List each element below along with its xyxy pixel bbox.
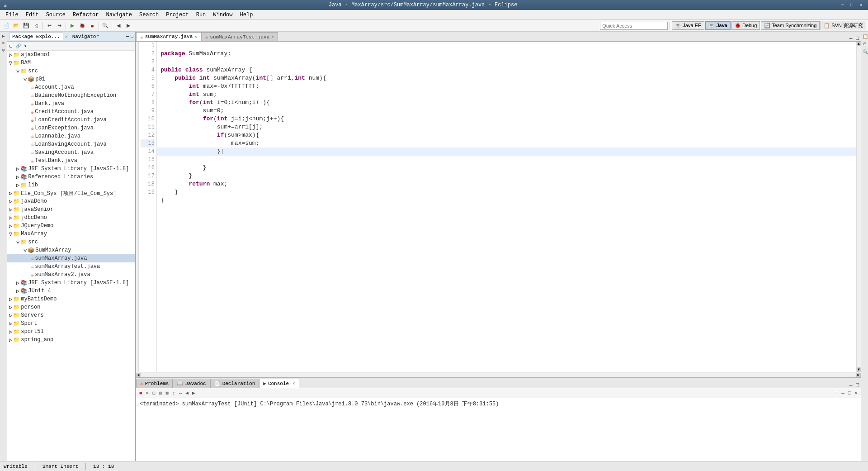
run-button[interactable]: ▶ [68,21,77,30]
menu-window[interactable]: Window [209,11,236,19]
tree-item-sport51[interactable]: ▷ 📁 sport51 [7,328,135,336]
menu-project[interactable]: Project [162,11,192,19]
tree-item-creditaccount[interactable]: ☕ CreditAccount.java [7,108,135,116]
editor-hscroll[interactable]: ◀ ▶ [136,372,861,377]
menu-search[interactable]: Search [136,11,162,19]
editor-vscroll[interactable]: ▲ ▼ [856,42,861,372]
editor-max[interactable]: □ [854,36,861,41]
right-icon-search[interactable]: 🔍 [862,49,867,54]
pe-collapse-all[interactable]: ⊟ [8,43,14,49]
tree-item-maxarray-src[interactable]: ▽ 📁 src [7,238,135,246]
undo-button[interactable]: ↩ [45,21,54,30]
tree-item-account[interactable]: ☕ Account.java [7,83,135,91]
tree-item-bam[interactable]: ▽ 📁 BAM [7,59,135,67]
tab-close[interactable]: ✕ [194,34,197,39]
perspective-svn[interactable]: 📋 SVN 资源研究 [821,21,866,30]
tab-package-explorer[interactable]: Package Explo... [9,33,63,40]
tree-item-bam-src[interactable]: ▽ 📁 src [7,67,135,75]
left-icon-1[interactable]: ▶ [2,33,5,39]
menu-source[interactable]: Source [42,11,69,19]
console-layout2[interactable]: ↔ [178,390,184,396]
tree-item-summaxarray2-java[interactable]: ☕ sumMaxArray2.java [7,271,135,279]
print-button[interactable]: 🖨 [32,21,41,30]
tree-item-jquerydemo[interactable]: ▷ 📁 JQueryDemo [7,222,135,230]
right-icon-task[interactable]: 📋 [862,33,867,39]
tree-item-loancreditaccount[interactable]: ☕ LoanCreditAccount.java [7,116,135,124]
tree-item-jre-maxarray[interactable]: ▷ 📚 JRE System Library [JavaSE-1.8] [7,279,135,287]
tree-item-lib[interactable]: ▷ 📁 lib [7,181,135,189]
tree-item-savingaccount[interactable]: ☕ SavingAccount.java [7,148,135,157]
tree-item-sport[interactable]: ▷ 📁 Sport [7,319,135,328]
console-max[interactable]: □ [847,390,853,396]
new-button[interactable]: 📄 [2,21,11,30]
next-btn[interactable]: ▶ [124,21,133,30]
search-btn[interactable]: 🔍 [101,21,110,30]
close-button[interactable]: ✕ [857,1,864,9]
tree-item-loansavingaccount[interactable]: ☕ LoanSavingAccount.java [7,140,135,148]
tree-item-person[interactable]: ▷ 📁 person [7,303,135,311]
perspective-team-sync[interactable]: 🔄 Team Synchronizing [761,21,820,30]
open-button[interactable]: 📂 [12,21,21,30]
tree-item-bank[interactable]: ☕ Bank.java [7,100,135,108]
tab-close[interactable]: ✕ [271,34,274,39]
stop-button[interactable]: ■ [88,21,97,30]
tree-item-summaxarray-pkg[interactable]: ▽ 📦 SumMaxArray [7,246,135,254]
tree-item-springaop[interactable]: ▷ 📁 spring_aop [7,336,135,344]
tab-close[interactable]: ✕ [292,381,295,386]
editor-min[interactable]: — [848,36,854,41]
code-content[interactable]: package SumMaxArray; public class sumMax… [157,42,856,372]
console-close[interactable]: ✕ [853,390,859,396]
bottom-max[interactable]: □ [854,382,861,388]
hscroll-right[interactable]: ▶ [856,373,861,377]
console-expand1[interactable]: ⊞ [158,390,164,396]
pe-link-editor[interactable]: 🔗 [14,43,22,49]
left-icon-3[interactable]: ⊕ [2,48,5,53]
menu-refactor[interactable]: Refactor [69,11,103,19]
bottom-min[interactable]: — [848,382,854,388]
console-terminate[interactable]: ■ [138,390,144,396]
perspective-java[interactable]: ☕ Java [705,21,731,30]
right-icon-outline[interactable]: ⊞ [862,43,867,45]
tree-item-javademo[interactable]: ▷ 📁 javaDemo [7,197,135,205]
debug-button[interactable]: 🐞 [78,21,87,30]
menu-run[interactable]: Run [193,11,210,19]
tree-item-servers[interactable]: ▷ 📁 Servers [7,311,135,319]
tree-item-p01[interactable]: ▽ 📦 p01 [7,75,135,83]
minimize-button[interactable]: ─ [839,1,846,9]
tree-item-mybatisdemo[interactable]: ▷ 📁 myBatisDemo [7,295,135,303]
pe-maximize[interactable]: □ [131,34,133,39]
tab-declaration[interactable]: 📄 Declaration [210,379,259,388]
hscroll-left[interactable]: ◀ [136,373,141,377]
console-prev[interactable]: ◀ [184,390,190,396]
menu-edit[interactable]: Edit [22,11,42,19]
scroll-down[interactable]: ▼ [857,367,861,372]
perspective-java-ee[interactable]: ☕ Java EE [672,21,704,30]
tree-item-balance[interactable]: ☕ BalanceNotEnoughException [7,91,135,100]
console-view-menu[interactable]: ≡ [834,390,840,396]
prev-btn[interactable]: ◀ [114,21,123,30]
menu-file[interactable]: File [2,11,22,19]
console-clear[interactable]: ⊟ [151,390,157,396]
tree-item-jre-bam[interactable]: ▷ 📚 JRE System Library [JavaSE-1.8] [7,165,135,173]
pe-minimize[interactable]: — [126,34,129,39]
tree-item-referenced-libs[interactable]: ▷ 📚 Referenced Libraries [7,173,135,181]
tab-summaxarray[interactable]: ☕ sumMaxArray.java ✕ [136,32,201,41]
console-expand2[interactable]: ⊠ [164,390,170,396]
console-layout1[interactable]: ↕ [171,390,177,396]
tree-item-loanexception[interactable]: ☕ LoanException.java [7,124,135,132]
save-button[interactable]: 💾 [22,21,31,30]
perspective-debug[interactable]: 🐞 Debug [731,21,760,30]
console-min[interactable]: — [840,390,846,396]
menu-help[interactable]: Help [236,11,257,19]
tree-item-summaxarray-java[interactable]: ☕ sumMaxArray.java [7,254,135,262]
tree-item-javasenior[interactable]: ▷ 📁 javaSenior [7,205,135,214]
tree-item-jdbcdemo[interactable]: ▷ 📁 jdbcDemo [7,214,135,222]
tree-item-testbank[interactable]: ☕ TestBank.java [7,157,135,165]
tree-item-summaxarraytest-java[interactable]: ☕ sumMaxArrayTest.java [7,262,135,271]
package-tree[interactable]: ▷ 📁 ajaxDemo1 ▽ 📁 BAM ▽ 📁 src ▽ 📦 p01 [7,51,135,461]
tree-item-loannable[interactable]: ☕ Loannable.java [7,132,135,140]
redo-button[interactable]: ↪ [55,21,64,30]
pe-close[interactable]: ✕ [65,34,68,39]
tab-navigator[interactable]: Navigator [70,33,102,40]
pe-menu[interactable]: ▾ [23,43,28,49]
